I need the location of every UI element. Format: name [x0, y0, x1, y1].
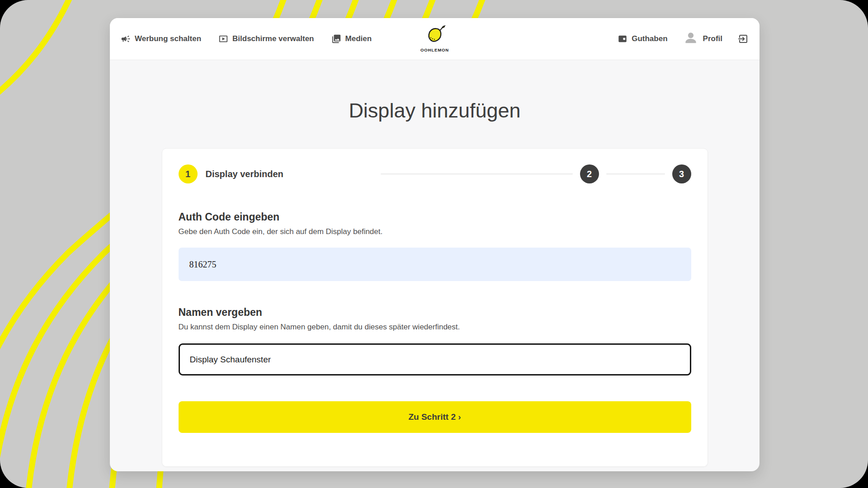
nav-item-label: Medien	[345, 34, 372, 43]
nav-left-group: Werbung schalten Bildschirme verwalten M…	[121, 34, 372, 44]
step-connector-line	[381, 174, 573, 174]
nav-item-medien[interactable]: Medien	[331, 34, 372, 44]
nav-item-label: Bildschirme verwalten	[232, 34, 314, 43]
brand-name: OOHLEMON	[420, 47, 449, 52]
logout-button[interactable]	[738, 33, 749, 44]
logout-icon	[738, 33, 749, 44]
step-2-circle: 2	[580, 164, 599, 183]
auth-code-heading: Auth Code eingeben	[179, 211, 691, 224]
nav-item-label: Profil	[703, 34, 722, 43]
step-indicator: 1 Display verbinden 2 3	[179, 164, 691, 183]
nav-item-profil[interactable]: Profil	[683, 30, 722, 48]
top-navbar: Werbung schalten Bildschirme verwalten M…	[110, 18, 760, 60]
brand-logo[interactable]: OOHLEMON	[420, 25, 449, 52]
wizard-card: 1 Display verbinden 2 3 Auth Code eingeb…	[162, 148, 708, 467]
avatar-icon	[683, 30, 698, 48]
screen: Werbung schalten Bildschirme verwalten M…	[0, 0, 868, 488]
nav-right-group: Guthaben Profil	[618, 30, 749, 48]
step-1-label: Display verbinden	[206, 169, 283, 179]
display-name-description: Du kannst dem Display einen Namen geben,…	[179, 322, 691, 332]
desktop-background: Werbung schalten Bildschirme verwalten M…	[0, 0, 868, 488]
step-3-circle: 3	[672, 164, 691, 183]
auth-code-input[interactable]	[179, 248, 691, 281]
step-connector-line	[606, 174, 665, 174]
next-step-button[interactable]: Zu Schritt 2 ›	[179, 401, 691, 433]
nav-item-label: Werbung schalten	[135, 34, 201, 43]
app-window: Werbung schalten Bildschirme verwalten M…	[110, 18, 760, 471]
display-name-heading: Namen vergeben	[179, 306, 691, 319]
nav-item-bildschirme-verwalten[interactable]: Bildschirme verwalten	[218, 34, 314, 44]
nav-item-werbung-schalten[interactable]: Werbung schalten	[121, 34, 201, 44]
wallet-icon	[618, 34, 627, 44]
page-title: Display hinzufügen	[110, 99, 760, 122]
campaign-icon	[121, 34, 131, 44]
media-library-icon	[331, 34, 341, 44]
nav-item-label: Guthaben	[632, 34, 667, 43]
screen-play-icon	[218, 34, 228, 44]
display-name-input[interactable]	[179, 343, 691, 375]
auth-code-description: Gebe den Auth Code ein, der sich auf dem…	[179, 227, 691, 236]
step-1-circle: 1	[179, 164, 198, 183]
nav-item-guthaben[interactable]: Guthaben	[618, 34, 667, 44]
lemon-logo-icon	[424, 25, 446, 47]
